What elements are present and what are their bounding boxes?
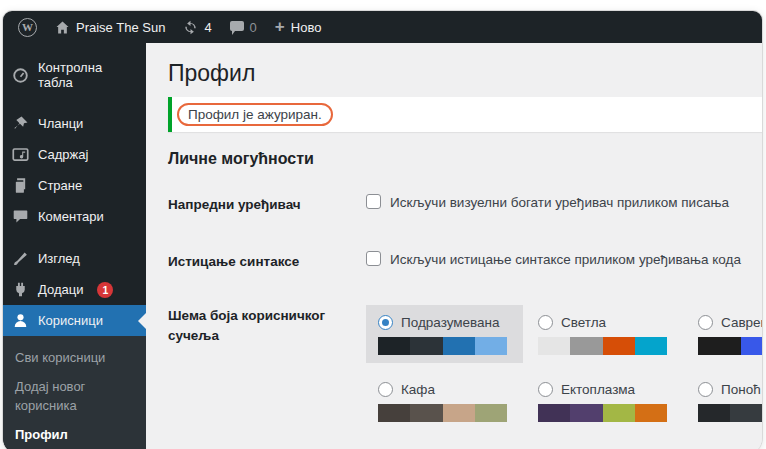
scheme-swatches bbox=[538, 337, 667, 355]
users-submenu: Сви кориснициДодај новог корисникаПрофил bbox=[3, 336, 146, 449]
color-scheme-option-Излазак сунца[interactable]: Излазак сунца bbox=[366, 439, 523, 449]
menu-separator bbox=[3, 232, 146, 243]
color-swatch bbox=[410, 404, 442, 422]
color-swatch bbox=[378, 404, 410, 422]
color-swatch bbox=[635, 337, 667, 355]
field-label: Истицање синтаксе bbox=[168, 251, 366, 272]
scheme-radio[interactable] bbox=[538, 315, 553, 330]
pin-icon bbox=[12, 115, 29, 132]
syntax-highlighting-checkbox[interactable] bbox=[366, 251, 381, 266]
sidebar-item-Садржај[interactable]: Садржај bbox=[3, 139, 146, 170]
sidebar-item-label: Изглед bbox=[38, 251, 80, 266]
site-link[interactable]: Praise The Sun bbox=[46, 11, 174, 43]
sidebar-item-Стране[interactable]: Стране bbox=[3, 170, 146, 201]
color-swatch bbox=[730, 404, 762, 422]
field-label: Напредни уређивач bbox=[168, 194, 366, 215]
color-swatch bbox=[570, 404, 602, 422]
color-scheme-option-Кафа[interactable]: Кафа bbox=[366, 372, 523, 430]
pages-icon bbox=[12, 177, 29, 194]
color-scheme-option-Поноћ[interactable]: Поноћ bbox=[686, 372, 762, 430]
plugins-icon bbox=[12, 281, 29, 298]
new-label: Ново bbox=[291, 20, 322, 35]
scheme-name: Подразумевана bbox=[401, 315, 500, 330]
comment-bubble-icon bbox=[230, 21, 244, 31]
field-label: Шема боја корисничког сучеља bbox=[168, 305, 366, 347]
sidebar-item-Чланци[interactable]: Чланци bbox=[3, 108, 146, 139]
color-swatch bbox=[603, 337, 635, 355]
notice-text: Профил је ажуриран. bbox=[188, 107, 322, 122]
sidebar-item-Додаци[interactable]: Додаци1 bbox=[3, 274, 146, 305]
color-swatch bbox=[475, 404, 507, 422]
color-scheme-option-Ектоплазма[interactable]: Ектоплазма bbox=[526, 372, 683, 430]
sidebar-item-label: Коментари bbox=[38, 209, 104, 224]
update-count-badge: 1 bbox=[97, 282, 113, 298]
checkbox-label: Искључи визуелни богати уређивач прилико… bbox=[390, 194, 729, 211]
color-swatch bbox=[635, 404, 667, 422]
menu-separator bbox=[3, 97, 146, 108]
color-swatch bbox=[538, 337, 570, 355]
color-swatch bbox=[603, 404, 635, 422]
home-icon bbox=[55, 20, 70, 35]
color-swatch bbox=[475, 337, 507, 355]
visual-editor-checkbox[interactable] bbox=[366, 194, 381, 209]
sidebar-item-Корисници[interactable]: Корисници bbox=[3, 305, 146, 336]
annotation-highlight: Профил је ажуриран. bbox=[177, 103, 333, 126]
main-content: Профил Профил је ажуриран. Личне могућно… bbox=[146, 43, 762, 449]
checkbox-label: Искључи истицање синтаксе приликом уређи… bbox=[390, 251, 741, 268]
scheme-swatches bbox=[538, 404, 667, 422]
section-title: Личне могућности bbox=[168, 150, 762, 168]
sidebar-item-label: Корисници bbox=[38, 313, 103, 328]
scheme-radio[interactable] bbox=[538, 382, 553, 397]
updates-button[interactable]: 4 bbox=[174, 11, 220, 43]
scheme-radio[interactable] bbox=[378, 315, 393, 330]
color-swatch bbox=[443, 337, 475, 355]
scheme-name: Поноћ bbox=[721, 382, 761, 397]
color-scheme-option-Савремена[interactable]: Савремена bbox=[686, 305, 762, 363]
comment-count: 0 bbox=[250, 20, 257, 35]
form-row-color-scheme: Шема боја корисничког сучеља Подразумева… bbox=[168, 305, 762, 449]
scheme-radio[interactable] bbox=[698, 315, 713, 330]
plus-icon: + bbox=[275, 18, 285, 35]
sidebar-item-label: Додаци bbox=[38, 282, 83, 297]
color-swatch bbox=[570, 337, 602, 355]
form-row-visual-editor: Напредни уређивач Искључи визуелни богат… bbox=[168, 194, 762, 215]
success-notice: Профил је ажуриран. bbox=[168, 97, 762, 132]
wordpress-logo-icon: W bbox=[18, 18, 37, 37]
color-swatch bbox=[741, 337, 762, 355]
color-swatch bbox=[538, 404, 570, 422]
comments-icon bbox=[12, 208, 29, 225]
scheme-name: Савремена bbox=[721, 315, 762, 330]
color-swatch bbox=[698, 404, 730, 422]
sidebar-item-Изглед[interactable]: Изглед bbox=[3, 243, 146, 274]
site-name: Praise The Sun bbox=[76, 20, 165, 35]
submenu-item-Сви корисници[interactable]: Сви корисници bbox=[15, 344, 138, 373]
scheme-radio[interactable] bbox=[698, 382, 713, 397]
scheme-swatches bbox=[378, 337, 507, 355]
color-swatch bbox=[410, 337, 442, 355]
sidebar-item-Коментари[interactable]: Коментари bbox=[3, 201, 146, 232]
color-scheme-option-Подразумевана[interactable]: Подразумевана bbox=[366, 305, 523, 363]
submenu-item-Профил[interactable]: Профил bbox=[15, 421, 138, 449]
color-swatch bbox=[378, 337, 410, 355]
sidebar-item-label: Садржај bbox=[38, 147, 88, 162]
form-row-syntax-highlighting: Истицање синтаксе Искључи истицање синта… bbox=[168, 251, 762, 272]
appearance-icon bbox=[12, 250, 29, 267]
media-icon bbox=[12, 146, 29, 163]
admin-sidebar: Контролна таблаЧланциСадржајСтранеКомент… bbox=[3, 43, 146, 449]
scheme-swatches bbox=[698, 404, 762, 422]
comments-button[interactable]: 0 bbox=[221, 11, 266, 43]
color-scheme-options: ПодразумеванаСветлаСавременаКафаЕктоплаз… bbox=[366, 305, 762, 449]
new-content-button[interactable]: + Ново bbox=[266, 11, 331, 43]
color-scheme-option-Светла[interactable]: Светла bbox=[526, 305, 683, 363]
wordpress-menu-button[interactable]: W bbox=[9, 11, 46, 43]
users-icon bbox=[12, 312, 29, 329]
scheme-radio[interactable] bbox=[378, 382, 393, 397]
sidebar-item-label: Контролна табла bbox=[38, 60, 140, 90]
page-title: Профил bbox=[168, 59, 762, 87]
scheme-name: Ектоплазма bbox=[561, 382, 635, 397]
sidebar-item-Контролна табла[interactable]: Контролна табла bbox=[3, 53, 146, 97]
submenu-item-Додај новог корисника[interactable]: Додај новог корисника bbox=[15, 373, 138, 421]
scheme-name: Кафа bbox=[401, 382, 435, 397]
scheme-swatches bbox=[378, 404, 507, 422]
scheme-swatches bbox=[698, 337, 762, 355]
